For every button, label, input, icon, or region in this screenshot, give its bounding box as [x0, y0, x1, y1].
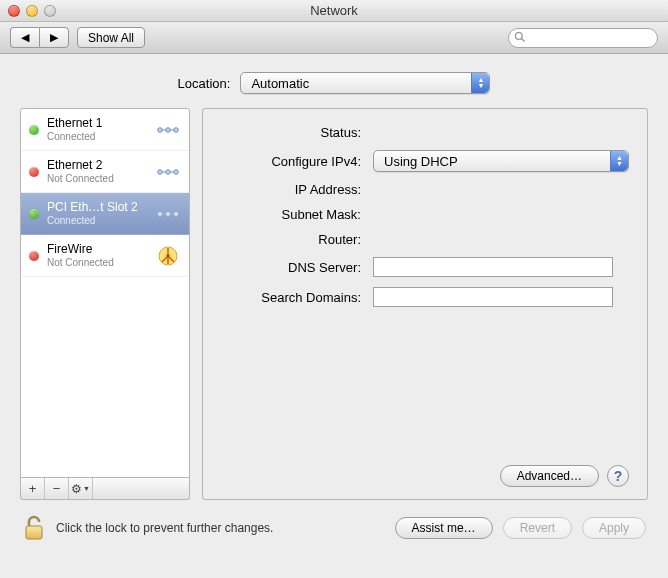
status-label: Status:	[221, 125, 361, 140]
status-dot-icon	[29, 251, 39, 261]
svg-point-0	[516, 32, 523, 39]
sidebar-footer-spacer	[93, 478, 189, 499]
ethernet-icon	[155, 117, 181, 143]
svg-point-8	[174, 169, 179, 174]
chevron-down-icon: ▼	[83, 485, 90, 492]
interface-actions-button[interactable]: ⚙▼	[69, 478, 93, 499]
sidebar-item-status: Connected	[47, 215, 147, 228]
traffic-lights	[8, 5, 56, 17]
remove-interface-button[interactable]: −	[45, 478, 69, 499]
nav-buttons: ◀ ▶	[10, 27, 69, 48]
location-value: Automatic	[251, 76, 309, 91]
sidebar-item-firewire[interactable]: FireWire Not Connected	[21, 235, 189, 277]
form-grid: Status: Configure IPv4: Using DHCP ▲▼ IP…	[221, 125, 629, 307]
gear-icon: ⚙	[71, 482, 82, 496]
advanced-button[interactable]: Advanced…	[500, 465, 599, 487]
revert-button[interactable]: Revert	[503, 517, 572, 539]
sidebar-item-status: Connected	[47, 131, 147, 144]
firewire-icon	[155, 243, 181, 269]
sidebar-footer: + − ⚙▼	[20, 478, 190, 500]
svg-point-2	[158, 127, 163, 132]
assist-me-button[interactable]: Assist me…	[395, 517, 493, 539]
ethernet-icon	[155, 201, 181, 227]
svg-point-18	[166, 254, 170, 258]
dns-server-label: DNS Server:	[221, 260, 361, 275]
svg-point-13	[174, 211, 179, 216]
title-bar: Network	[0, 0, 668, 22]
content: Location: Automatic ▲▼ Ethernet 1 Connec…	[0, 54, 668, 542]
sidebar: Ethernet 1 Connected Ethernet 2 Not Conn…	[20, 108, 190, 500]
search-domains-label: Search Domains:	[221, 290, 361, 305]
location-row: Location: Automatic ▲▼	[0, 54, 668, 108]
sidebar-item-ethernet-2[interactable]: Ethernet 2 Not Connected	[21, 151, 189, 193]
popup-arrows-icon: ▲▼	[471, 73, 489, 93]
detail-panel: Status: Configure IPv4: Using DHCP ▲▼ IP…	[202, 108, 648, 500]
sidebar-item-pci-ethernet[interactable]: PCI Eth…t Slot 2 Connected	[21, 193, 189, 235]
router-label: Router:	[221, 232, 361, 247]
svg-point-9	[166, 169, 171, 174]
status-dot-icon	[29, 125, 39, 135]
sidebar-item-ethernet-1[interactable]: Ethernet 1 Connected	[21, 109, 189, 151]
add-interface-button[interactable]: +	[21, 478, 45, 499]
location-popup[interactable]: Automatic ▲▼	[240, 72, 490, 94]
back-button[interactable]: ◀	[10, 27, 39, 48]
search-domains-input[interactable]	[373, 287, 613, 307]
location-label: Location:	[178, 76, 231, 91]
bottom-bar: Click the lock to prevent further change…	[0, 500, 668, 542]
zoom-window-button[interactable]	[44, 5, 56, 17]
svg-line-1	[522, 38, 525, 41]
status-dot-icon	[29, 209, 39, 219]
close-window-button[interactable]	[8, 5, 20, 17]
panes: Ethernet 1 Connected Ethernet 2 Not Conn…	[0, 108, 668, 500]
svg-point-14	[166, 211, 171, 216]
sidebar-item-status: Not Connected	[47, 173, 147, 186]
lock-text: Click the lock to prevent further change…	[56, 521, 273, 535]
window-title: Network	[0, 3, 668, 18]
ip-address-label: IP Address:	[221, 182, 361, 197]
subnet-mask-label: Subnet Mask:	[221, 207, 361, 222]
svg-point-7	[158, 169, 163, 174]
svg-rect-19	[26, 526, 42, 539]
search-icon	[514, 31, 526, 43]
apply-button[interactable]: Apply	[582, 517, 646, 539]
configure-ipv4-popup[interactable]: Using DHCP ▲▼	[373, 150, 629, 172]
svg-point-4	[166, 127, 171, 132]
toolbar: ◀ ▶ Show All	[0, 22, 668, 54]
interface-list: Ethernet 1 Connected Ethernet 2 Not Conn…	[20, 108, 190, 478]
sidebar-item-status: Not Connected	[47, 257, 147, 270]
sidebar-item-name: Ethernet 2	[47, 158, 147, 173]
search-field-wrap	[508, 28, 658, 48]
configure-ipv4-label: Configure IPv4:	[221, 154, 361, 169]
status-dot-icon	[29, 167, 39, 177]
back-arrow-icon: ◀	[21, 32, 29, 43]
lock-icon[interactable]	[22, 514, 46, 542]
configure-ipv4-value: Using DHCP	[384, 154, 458, 169]
sidebar-item-name: PCI Eth…t Slot 2	[47, 200, 147, 215]
svg-point-3	[174, 127, 179, 132]
show-all-button[interactable]: Show All	[77, 27, 145, 48]
svg-point-12	[158, 211, 163, 216]
dns-server-input[interactable]	[373, 257, 613, 277]
ethernet-icon	[155, 159, 181, 185]
minimize-window-button[interactable]	[26, 5, 38, 17]
popup-arrows-icon: ▲▼	[610, 151, 628, 171]
forward-arrow-icon: ▶	[50, 32, 58, 43]
search-input[interactable]	[508, 28, 658, 48]
detail-footer: Advanced… ?	[221, 465, 629, 487]
sidebar-item-name: Ethernet 1	[47, 116, 147, 131]
sidebar-item-name: FireWire	[47, 242, 147, 257]
help-button[interactable]: ?	[607, 465, 629, 487]
forward-button[interactable]: ▶	[39, 27, 69, 48]
